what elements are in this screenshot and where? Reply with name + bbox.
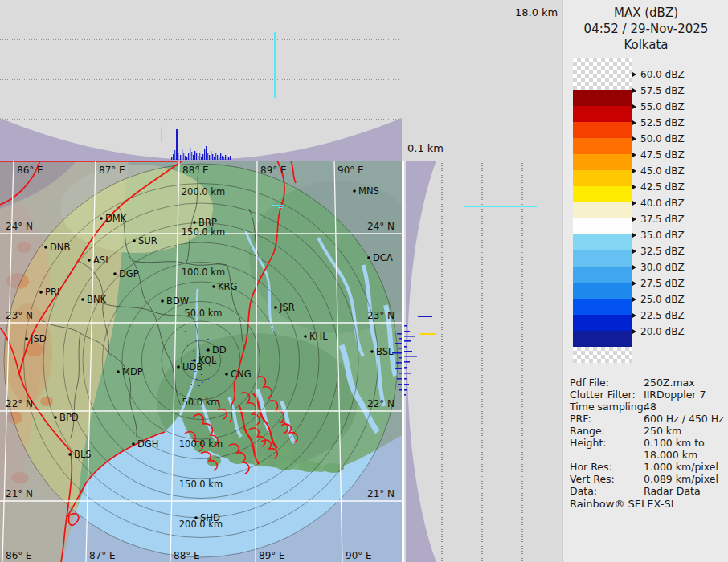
info-row-label: Height: [570,437,607,449]
top-height-profile-panel [0,0,402,161]
latitude-label: 24° N [367,221,395,232]
colorbar-band [573,234,632,250]
profile-spike [201,157,202,160]
echo-speckle [191,384,192,385]
station-label-DGH: DGH [137,438,158,450]
echo-speckle [187,345,188,346]
legend-entry-label: 40.0 dBZ [640,198,685,209]
latitude-label: 23° N [6,310,33,321]
echo-cyan-dash [272,205,283,206]
colorbar-band [573,331,632,347]
station-dot-BDW [161,299,164,303]
echo-speckle [208,379,209,380]
profile-spike [180,155,181,160]
station-label-BLS: BLS [74,449,92,460]
echo-speckle [201,374,202,375]
legend-entry: 47.5 dBZ [632,149,685,161]
longitude-label-top: 90° E [337,165,364,176]
legend-arrow-icon [632,201,636,206]
echo-speckle [186,376,186,377]
profile-spike [207,153,208,160]
station-dot-CNG [225,373,228,376]
echo-edge-tick [395,343,402,344]
legend-arrow-icon [632,281,636,286]
side-profile-tick [403,351,412,352]
station-dot-UDB [177,365,180,369]
profile-spike [206,146,207,160]
echo-speckle [207,339,209,340]
info-row-value: 18.000 km [644,449,697,461]
profile-spike [217,155,218,160]
legend-arrow-icon [632,265,636,270]
profile-spike [174,150,175,160]
legend-entry-label: 30.0 dBZ [640,262,685,273]
info-row-label: PRF: [570,413,591,425]
side-profile-tick [403,373,411,374]
station-dot-BSL [370,350,374,353]
dbz-colorbar [573,58,632,363]
profile-spike [188,153,189,160]
product-datetime: 04:52 / 29-Nov-2025 [563,21,728,37]
legend-entry-label: 60.0 dBZ [640,69,685,80]
info-row-value: 0.100 km to [644,437,705,449]
info-row-value: 600 Hz / 450 Hz [644,413,724,425]
longitude-label-bottom: 88° E [174,550,200,561]
longitude-label-bottom: 87° E [89,550,116,561]
station-label-BSL: BSL [376,346,394,357]
profile-spike [202,154,203,160]
legend-entry: 20.0 dBZ [632,325,685,338]
station-label-KHL: KHL [309,331,328,342]
longitude-label-top: 86° E [17,165,43,176]
echo-speckle [193,350,194,352]
echo-speckle [209,364,210,366]
legend-arrow-icon [632,169,636,173]
legend-entry-label: 57.5 dBZ [640,85,685,96]
side-profile-tick [403,356,417,357]
echo-speckle [198,385,200,386]
range-ring-label: 150.0 km [182,226,225,238]
station-dot-DCA [367,256,370,259]
colorbar-band [573,202,632,218]
station-dot-JSD [25,337,28,340]
legend-entry: 57.5 dBZ [632,84,685,97]
station-label-DGP: DGP [119,268,139,279]
side-height-profile-panel [402,161,562,562]
range-ring-label: 200.0 km [182,186,225,198]
colorbar-checker-bottom [573,347,632,363]
echo-speckle [211,355,211,356]
legend-entry: 27.5 dBZ [632,277,685,290]
side-profile-tick [403,331,410,332]
range-ring-label: 100.0 km [179,438,223,450]
legend-entry-label: 37.5 dBZ [640,214,685,225]
range-ring-label: 50.0 km [182,397,219,408]
colorbar-band [573,315,632,331]
legend-arrow-icon [632,104,636,109]
map-panel-divider [402,161,404,562]
side-profile-tick [403,336,415,337]
legend-arrow-icon [632,72,636,77]
station-label-DNB: DNB [50,242,70,253]
info-row-value: 0.089 km/pixel [644,473,718,485]
legend-entry: 52.5 dBZ [632,116,685,129]
echo-speckle [183,369,184,370]
colorbar-band [573,250,632,267]
colorbar-band [573,154,632,170]
station-dot-DNB [44,246,47,249]
echo-speckle [213,344,214,344]
colorbar-band [573,90,632,106]
station-label-DD: DD [212,344,227,356]
legend-entry-label: 27.5 dBZ [640,278,685,289]
echo-speckle [202,333,202,334]
station-dot-SUR [133,239,136,242]
profile-spike [223,157,224,160]
info-row-label: Clutter Filter: [570,389,636,401]
side-profile-tick [403,340,411,342]
station-label-BRP: BRP [198,217,217,228]
info-row-label: Pdf File: [570,377,609,389]
profile-spike [183,153,184,160]
side-profile-navy-dash [418,316,432,317]
profile-spike [215,153,216,160]
profile-spike [211,151,211,160]
colorbar-band [573,106,632,122]
station-label-PRL: PRL [45,287,63,298]
